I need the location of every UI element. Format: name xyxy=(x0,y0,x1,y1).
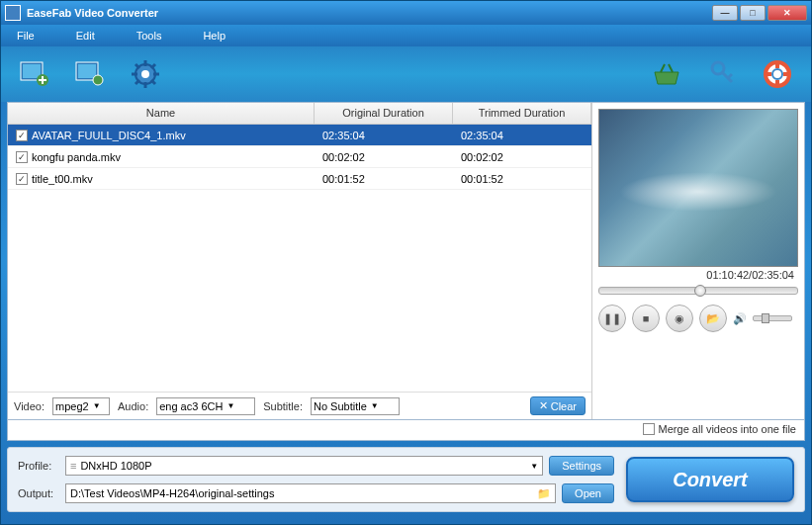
settings-button[interactable] xyxy=(128,56,163,92)
video-select[interactable]: mpeg2▼ xyxy=(52,397,110,415)
help-button[interactable] xyxy=(760,56,795,92)
folder-icon: 📂 xyxy=(706,312,720,325)
output-path-input[interactable]: D:\Test Videos\MP4-H264\original-setting… xyxy=(65,483,556,503)
toolbar xyxy=(1,46,811,102)
titlebar: EaseFab Video Converter — □ ✕ xyxy=(1,1,811,25)
pause-button[interactable]: ❚❚ xyxy=(598,305,626,332)
menu-edit[interactable]: Edit xyxy=(70,28,101,44)
table-row[interactable]: ✓AVATAR_FUULL_DISC4_1.mkv02:35:0402:35:0… xyxy=(8,125,591,146)
clear-button[interactable]: ✕Clear xyxy=(530,396,586,415)
preview-screen[interactable] xyxy=(598,109,798,267)
film-gear-icon xyxy=(74,58,106,90)
x-icon: ✕ xyxy=(539,399,548,412)
gear-icon xyxy=(130,58,161,90)
file-list-panel: Name Original Duration Trimmed Duration … xyxy=(8,103,591,419)
trim-duration: 00:01:52 xyxy=(453,171,591,187)
snapshot-button[interactable]: ◉ xyxy=(666,305,693,332)
settings-profile-button[interactable]: Settings xyxy=(549,456,614,476)
camera-icon: ◉ xyxy=(675,312,684,325)
time-display: 01:10:42/02:35:04 xyxy=(598,267,798,283)
chevron-down-icon: ▼ xyxy=(371,401,379,410)
profile-select[interactable]: ≡ DNxHD 1080P ▼ xyxy=(65,456,543,476)
app-title: EaseFab Video Converter xyxy=(27,7,712,19)
file-name: title_t00.mkv xyxy=(32,173,93,185)
subtitle-select[interactable]: No Subtitle▼ xyxy=(311,397,400,415)
table-row[interactable]: ✓title_t00.mkv00:01:5200:01:52 xyxy=(8,168,591,190)
chevron-down-icon: ▼ xyxy=(530,462,538,471)
menu-tools[interactable]: Tools xyxy=(131,28,168,44)
add-video-button[interactable] xyxy=(17,56,52,92)
svg-point-7 xyxy=(141,70,149,78)
col-name[interactable]: Name xyxy=(8,103,315,124)
merge-checkbox-label[interactable]: Merge all videos into one file xyxy=(643,423,796,435)
pause-icon: ❚❚ xyxy=(603,312,621,325)
svg-point-5 xyxy=(93,75,103,85)
volume-icon[interactable]: 🔊 xyxy=(733,312,747,325)
open-folder-button[interactable]: 📂 xyxy=(699,305,727,332)
stop-icon: ■ xyxy=(643,312,650,324)
register-button[interactable] xyxy=(704,56,740,92)
col-orig-duration[interactable]: Original Duration xyxy=(315,103,453,124)
merge-checkbox[interactable] xyxy=(643,423,655,435)
basket-icon xyxy=(651,58,682,90)
list-footer: Video: mpeg2▼ Audio: eng ac3 6CH▼ Subtit… xyxy=(8,392,591,419)
video-label: Video: xyxy=(14,400,45,412)
convert-button[interactable]: Convert xyxy=(626,457,794,502)
table-body[interactable]: ✓AVATAR_FUULL_DISC4_1.mkv02:35:0402:35:0… xyxy=(8,125,591,392)
key-icon xyxy=(706,58,738,90)
seek-thumb[interactable] xyxy=(694,285,706,297)
profile-icon: ≡ xyxy=(70,460,76,472)
open-output-button[interactable]: Open xyxy=(562,483,614,503)
orig-duration: 00:01:52 xyxy=(315,171,453,187)
trim-duration: 00:02:02 xyxy=(453,149,591,165)
bottom-panel: Profile: ≡ DNxHD 1080P ▼ Settings Output… xyxy=(7,447,805,512)
orig-duration: 00:02:02 xyxy=(315,149,453,165)
seek-slider[interactable] xyxy=(598,287,798,295)
chevron-down-icon: ▼ xyxy=(93,401,101,410)
file-name: kongfu panda.mkv xyxy=(32,151,121,163)
folder-icon[interactable]: 📁 xyxy=(537,487,551,500)
subtitle-label: Subtitle: xyxy=(263,400,303,412)
player-controls: ❚❚ ■ ◉ 📂 🔊 xyxy=(598,305,798,332)
menu-help[interactable]: Help xyxy=(197,28,231,44)
merge-row: Merge all videos into one file xyxy=(7,420,805,441)
table-row[interactable]: ✓kongfu panda.mkv00:02:0200:02:02 xyxy=(8,146,591,168)
film-plus-icon xyxy=(19,58,50,90)
profile-label: Profile: xyxy=(18,460,59,472)
output-label: Output: xyxy=(18,487,59,499)
preview-panel: 01:10:42/02:35:04 ❚❚ ■ ◉ 📂 🔊 xyxy=(591,103,804,419)
stop-button[interactable]: ■ xyxy=(632,305,660,332)
volume-thumb[interactable] xyxy=(762,313,769,323)
menubar: File Edit Tools Help xyxy=(1,25,811,46)
add-folder-button[interactable] xyxy=(72,56,108,92)
orig-duration: 02:35:04 xyxy=(315,128,453,143)
file-name: AVATAR_FUULL_DISC4_1.mkv xyxy=(32,130,186,141)
purchase-button[interactable] xyxy=(649,56,684,92)
row-checkbox[interactable]: ✓ xyxy=(16,173,28,185)
row-checkbox[interactable]: ✓ xyxy=(16,151,28,163)
app-icon xyxy=(5,5,21,21)
audio-select[interactable]: eng ac3 6CH▼ xyxy=(156,397,255,415)
close-button[interactable]: ✕ xyxy=(767,5,807,21)
lifebuoy-icon xyxy=(762,58,793,90)
audio-label: Audio: xyxy=(118,400,148,412)
svg-rect-4 xyxy=(78,64,96,78)
volume-slider[interactable] xyxy=(753,315,792,321)
maximize-button[interactable]: □ xyxy=(740,5,766,21)
menu-file[interactable]: File xyxy=(11,28,41,44)
table-header: Name Original Duration Trimmed Duration xyxy=(8,103,591,125)
row-checkbox[interactable]: ✓ xyxy=(16,130,28,141)
trim-duration: 02:35:04 xyxy=(453,128,591,143)
col-trim-duration[interactable]: Trimmed Duration xyxy=(453,103,591,124)
svg-rect-1 xyxy=(23,64,41,78)
minimize-button[interactable]: — xyxy=(712,5,738,21)
main-area: Name Original Duration Trimmed Duration … xyxy=(7,102,805,420)
chevron-down-icon: ▼ xyxy=(226,401,234,410)
svg-point-10 xyxy=(772,69,782,79)
